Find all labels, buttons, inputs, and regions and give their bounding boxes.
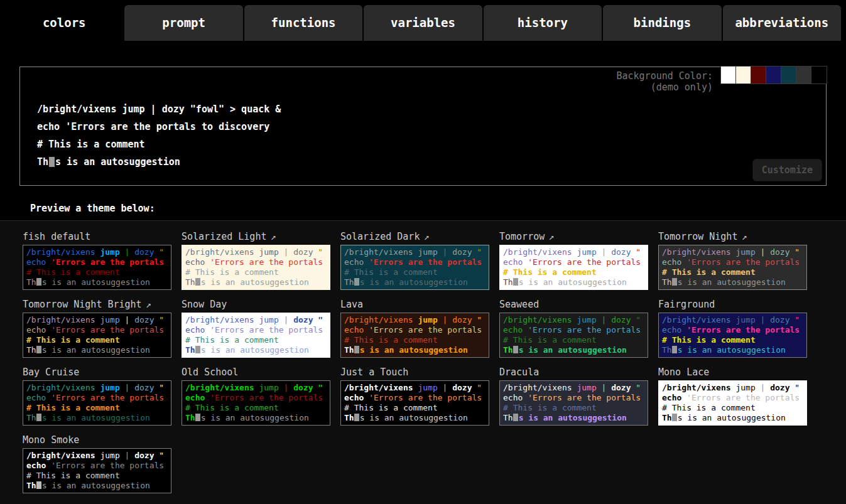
theme-preview-terminal[interactable]: /bright/vixens jump | dozy " echo 'Error…	[182, 313, 330, 358]
theme-name[interactable]: Tomorrow Night Bright↗	[23, 298, 171, 311]
theme-preview-terminal[interactable]: /bright/vixens jump | dozy " echo 'Error…	[23, 245, 171, 290]
external-link-icon[interactable]: ↗	[741, 231, 747, 242]
theme-name-text[interactable]: Tomorrow Night	[658, 231, 737, 242]
theme-card[interactable]: Seaweed /bright/vixens jump | dozy " ech…	[499, 298, 648, 365]
mini-line-autosuggestion: Ths is an autosuggestion	[185, 277, 327, 287]
token-jump: jump	[95, 315, 120, 324]
theme-name-text[interactable]: Mono Smoke	[23, 434, 79, 446]
background-swatch-5[interactable]	[781, 67, 796, 83]
theme-card[interactable]: Tomorrow Night↗ /bright/vixens jump | do…	[658, 230, 807, 298]
theme-card[interactable]: Bay Cruise /bright/vixens jump | dozy " …	[23, 365, 171, 433]
theme-name-text[interactable]: fish default	[23, 231, 90, 242]
background-swatch-4[interactable]	[766, 67, 781, 83]
theme-preview-terminal[interactable]: /bright/vixens jump | dozy " echo 'Error…	[658, 245, 807, 290]
theme-name-text[interactable]: Solarized Light	[182, 231, 266, 242]
theme-preview-terminal[interactable]: /bright/vixens jump | dozy " echo 'Error…	[340, 313, 489, 358]
theme-card[interactable]: Tomorrow Night Bright↗ /bright/vixens ju…	[23, 298, 171, 365]
theme-name-text[interactable]: Mono Lace	[658, 367, 709, 378]
theme-card[interactable]: Dracula /bright/vixens jump | dozy " ech…	[499, 365, 648, 433]
theme-preview-terminal[interactable]: /bright/vixens jump | dozy " echo 'Error…	[23, 380, 171, 426]
external-link-icon[interactable]: ↗	[548, 231, 554, 242]
theme-card[interactable]: Mono Lace /bright/vixens jump | dozy " e…	[658, 365, 807, 433]
text-cursor	[195, 414, 200, 421]
external-link-icon[interactable]: ↗	[146, 299, 151, 310]
theme-preview-terminal[interactable]: /bright/vixens jump | dozy " echo 'Error…	[23, 313, 171, 358]
theme-name[interactable]: Mono Lace	[658, 365, 807, 379]
theme-card[interactable]: Solarized Dark↗ /bright/vixens jump | do…	[340, 230, 489, 298]
theme-name[interactable]: Bay Cruise	[23, 365, 171, 379]
background-swatch-3[interactable]	[751, 67, 766, 83]
theme-card[interactable]: Mono Smoke /bright/vixens jump | dozy " …	[23, 433, 171, 501]
background-swatch-2[interactable]	[736, 67, 751, 83]
tab-functions[interactable]: functions	[244, 5, 362, 41]
token-pipe: |	[438, 383, 448, 392]
token-pipe: |	[756, 247, 766, 257]
theme-name[interactable]: Tomorrow↗	[499, 230, 648, 244]
theme-name[interactable]: Just a Touch	[340, 365, 489, 379]
tab-variables[interactable]: variables	[364, 5, 482, 41]
theme-name-text[interactable]: Just a Touch	[340, 367, 408, 378]
theme-name-text[interactable]: Old School	[182, 367, 238, 378]
mini-line-error: echo 'Errors are the portals	[662, 393, 803, 403]
theme-preview-terminal[interactable]: /bright/vixens jump | dozy " echo 'Error…	[499, 380, 648, 426]
theme-name[interactable]: Solarized Dark↗	[340, 230, 489, 244]
theme-name-text[interactable]: Tomorrow Night Bright	[23, 299, 142, 310]
theme-name[interactable]: fish default	[23, 230, 171, 244]
theme-name-text[interactable]: Snow Day	[182, 299, 227, 310]
token-th: Th	[344, 277, 354, 287]
theme-name-text[interactable]: Tomorrow	[499, 231, 545, 242]
theme-card[interactable]: Snow Day /bright/vixens jump | dozy " ec…	[182, 298, 330, 365]
theme-name-text[interactable]: Seaweed	[499, 299, 539, 310]
token-comment: # This is a comment	[26, 267, 120, 277]
token-comment: # This is a comment	[26, 471, 120, 480]
theme-name-text[interactable]: Bay Cruise	[23, 367, 79, 378]
theme-preview-terminal[interactable]: /bright/vixens jump | dozy " echo 'Error…	[182, 380, 330, 426]
external-link-icon[interactable]: ↗	[423, 231, 429, 242]
theme-preview-terminal[interactable]: /bright/vixens jump | dozy " echo 'Error…	[499, 245, 648, 290]
tab-abbreviations[interactable]: abbreviations	[723, 5, 841, 41]
theme-preview-terminal[interactable]: /bright/vixens jump | dozy " echo 'Error…	[23, 448, 171, 493]
theme-card[interactable]: fish default /bright/vixens jump | dozy …	[23, 230, 171, 298]
tab-history[interactable]: history	[484, 5, 602, 41]
theme-preview-terminal[interactable]: /bright/vixens jump | dozy " echo 'Error…	[658, 380, 807, 426]
text-cursor	[195, 278, 200, 286]
mini-line-comment: # This is a comment	[344, 267, 485, 277]
theme-card[interactable]: Old School /bright/vixens jump | dozy " …	[182, 365, 330, 433]
customize-button[interactable]: Customize	[752, 159, 822, 181]
theme-name-text[interactable]: Fairground	[658, 299, 715, 310]
theme-name[interactable]: Snow Day	[182, 298, 330, 311]
theme-card[interactable]: Solarized Light↗ /bright/vixens jump | d…	[182, 230, 330, 298]
theme-preview-terminal[interactable]: /bright/vixens jump | dozy " echo 'Error…	[182, 245, 330, 290]
external-link-icon[interactable]: ↗	[270, 231, 276, 242]
theme-name-text[interactable]: Lava	[340, 299, 363, 310]
token-quote: "	[313, 247, 323, 257]
theme-name[interactable]: Mono Smoke	[23, 433, 171, 447]
token-th: Th	[26, 413, 36, 422]
theme-preview-terminal[interactable]: /bright/vixens jump | dozy " echo 'Error…	[340, 380, 489, 426]
theme-preview-terminal[interactable]: /bright/vixens jump | dozy " echo 'Error…	[499, 313, 648, 358]
theme-card[interactable]: Just a Touch /bright/vixens jump | dozy …	[340, 365, 489, 433]
theme-name[interactable]: Dracula	[499, 365, 648, 379]
token-quote: "	[631, 383, 641, 392]
theme-name[interactable]: Old School	[182, 365, 330, 379]
mini-line-error: echo 'Errors are the portals	[185, 393, 327, 403]
text-cursor	[36, 414, 41, 421]
tab-prompt[interactable]: prompt	[124, 5, 242, 41]
background-swatch-7[interactable]	[811, 67, 827, 83]
theme-card[interactable]: Fairground /bright/vixens jump | dozy " …	[658, 298, 807, 365]
background-swatch-6[interactable]	[796, 67, 811, 83]
theme-name-text[interactable]: Solarized Dark	[340, 231, 420, 242]
theme-name[interactable]: Seaweed	[499, 298, 648, 311]
theme-name[interactable]: Tomorrow Night↗	[658, 230, 807, 244]
tab-bindings[interactable]: bindings	[603, 5, 721, 41]
theme-name-text[interactable]: Dracula	[499, 367, 539, 378]
theme-card[interactable]: Lava /bright/vixens jump | dozy " echo '…	[340, 298, 489, 365]
theme-preview-terminal[interactable]: /bright/vixens jump | dozy " echo 'Error…	[658, 313, 807, 358]
theme-name[interactable]: Fairground	[658, 298, 807, 311]
tab-colors[interactable]: colors	[5, 5, 123, 41]
background-swatch-1[interactable]	[721, 67, 736, 83]
theme-preview-terminal[interactable]: /bright/vixens jump | dozy " echo 'Error…	[340, 245, 489, 290]
theme-name[interactable]: Lava	[340, 298, 489, 311]
theme-card[interactable]: Tomorrow↗ /bright/vixens jump | dozy " e…	[499, 230, 648, 298]
theme-name[interactable]: Solarized Light↗	[182, 230, 330, 244]
